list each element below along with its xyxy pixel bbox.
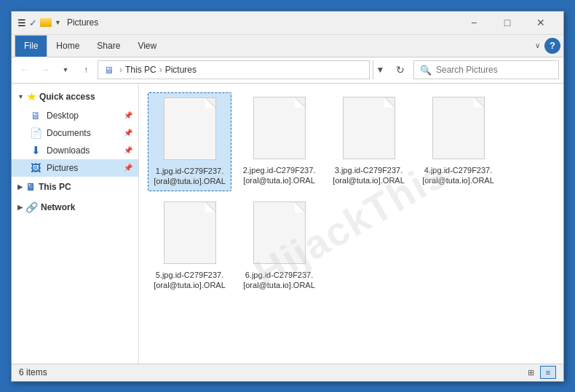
tab-file[interactable]: File xyxy=(15,35,47,57)
sidebar-section-thispc[interactable]: ▶ 🖥 This PC xyxy=(12,177,138,197)
sidebar-section-quick-access[interactable]: ▼ ★ Quick access xyxy=(12,87,138,107)
up-button[interactable]: ↑ xyxy=(77,61,95,79)
path-icon: 🖥 xyxy=(104,65,114,76)
file-area: HijackThis 1.jpg.id-C279F237.[oral@tuta.… xyxy=(139,84,563,364)
file-name-6: 6.jpg.id-C279F237.[oral@tuta.io].ORAL xyxy=(240,270,318,291)
status-bar: 6 items ⊞ ≡ xyxy=(12,364,563,381)
file-item-2[interactable]: 2.jpeg.id-C279F237.[oral@tuta.io].ORAL xyxy=(237,92,321,192)
qat-icon1: ☰ xyxy=(17,17,26,28)
documents-pin-icon: 📌 xyxy=(124,129,132,137)
desktop-pin-icon: 📌 xyxy=(124,111,132,119)
path-dropdown-button[interactable]: ▼ xyxy=(373,60,387,79)
thispc-label: This PC xyxy=(39,182,71,192)
recent-locations-button[interactable]: ▼ xyxy=(57,61,74,79)
title-bar: ☰ ✓ ▼ Pictures − □ ✕ xyxy=(12,12,563,35)
item-count: 6 items xyxy=(19,367,47,377)
file-thumb-1 xyxy=(161,97,219,163)
search-bar[interactable]: 🔍 xyxy=(413,60,559,79)
file-page-1 xyxy=(164,97,216,160)
pictures-icon: 🖼 xyxy=(29,161,42,175)
file-thumb-3 xyxy=(340,97,398,162)
tab-view[interactable]: View xyxy=(129,35,165,57)
tab-share[interactable]: Share xyxy=(88,35,129,57)
desktop-icon: 🖥 xyxy=(29,109,42,122)
tab-home[interactable]: Home xyxy=(47,35,88,57)
thispc-icon: 🖥 xyxy=(25,181,36,193)
refresh-button[interactable]: ↻ xyxy=(390,60,411,80)
ribbon-expand-icon[interactable]: ∨ xyxy=(535,41,540,49)
downloads-icon: ⬇ xyxy=(29,144,42,157)
folder-icon-small xyxy=(40,18,52,27)
large-icon-view-icon: ⊞ xyxy=(528,368,534,377)
files-grid: 1.jpg.id-C279F237.[oral@tuta.io].ORAL 2.… xyxy=(145,89,558,298)
ribbon-help: ∨ ? xyxy=(535,35,560,57)
file-page-5 xyxy=(164,201,216,264)
file-page-2 xyxy=(253,97,306,159)
file-item-1[interactable]: 1.jpg.id-C279F237.[oral@tuta.io].ORAL xyxy=(148,92,231,192)
detail-view-icon: ≡ xyxy=(546,368,550,377)
search-icon: 🔍 xyxy=(420,65,432,76)
sidebar-item-documents[interactable]: 📄 Documents 📌 xyxy=(12,124,138,142)
main-content: ▼ ★ Quick access 🖥 Desktop 📌 📄 Documents… xyxy=(12,84,563,364)
file-name-1: 1.jpg.id-C279F237.[oral@tuta.io].ORAL xyxy=(151,166,228,187)
file-page-4 xyxy=(432,97,485,159)
sidebar-item-desktop[interactable]: 🖥 Desktop 📌 xyxy=(12,107,138,124)
network-icon: 🔗 xyxy=(25,201,38,213)
address-path[interactable]: 🖥 › This PC › Pictures xyxy=(98,60,370,79)
back-button[interactable]: ← xyxy=(16,61,33,79)
ribbon: File Home Share View ∨ ? xyxy=(12,35,563,57)
file-item-3[interactable]: 3.jpg.id-C279F237.[oral@tuta.io].ORAL xyxy=(327,92,411,192)
address-bar: ← → ▼ ↑ 🖥 › This PC › Pictures ▼ ↻ 🔍 xyxy=(12,57,563,84)
view-controls: ⊞ ≡ xyxy=(523,366,556,379)
forward-button[interactable]: → xyxy=(36,61,54,79)
thispc-expand-icon: ▶ xyxy=(17,183,23,191)
file-thumb-2 xyxy=(250,97,309,162)
maximize-button[interactable]: □ xyxy=(491,11,524,34)
sidebar-item-pictures[interactable]: 🖼 Pictures 📌 xyxy=(12,159,138,177)
window-controls: − □ ✕ xyxy=(457,11,558,34)
path-thispc: This PC xyxy=(125,65,156,75)
sidebar-section-network[interactable]: ▶ 🔗 Network xyxy=(12,197,138,217)
file-name-5: 5.jpg.id-C279F237.[oral@tuta.io].ORAL xyxy=(151,270,229,291)
network-label: Network xyxy=(41,202,75,212)
quick-access-expand-icon: ▼ xyxy=(17,93,24,100)
network-expand-icon: ▶ xyxy=(17,204,23,211)
file-thumb-4 xyxy=(429,97,488,162)
file-item-6[interactable]: 6.jpg.id-C279F237.[oral@tuta.io].ORAL xyxy=(237,197,321,295)
file-thumb-6 xyxy=(250,201,309,267)
file-item-5[interactable]: 5.jpg.id-C279F237.[oral@tuta.io].ORAL xyxy=(148,197,231,295)
file-name-2: 2.jpeg.id-C279F237.[oral@tuta.io].ORAL xyxy=(240,165,318,186)
search-input[interactable] xyxy=(436,65,552,75)
sidebar: ▼ ★ Quick access 🖥 Desktop 📌 📄 Documents… xyxy=(12,84,139,364)
detail-view-button[interactable]: ≡ xyxy=(540,366,556,379)
file-item-4[interactable]: 4.jpg.id-C279F237.[oral@tuta.io].ORAL xyxy=(416,92,500,192)
large-icon-view-button[interactable]: ⊞ xyxy=(523,366,539,379)
file-page-3 xyxy=(343,97,395,159)
qat-icon2: ✓ xyxy=(29,17,37,28)
file-name-3: 3.jpg.id-C279F237.[oral@tuta.io].ORAL xyxy=(330,165,408,186)
quick-access-star-icon: ★ xyxy=(27,91,36,103)
file-page-6 xyxy=(253,201,306,264)
window-title: Pictures xyxy=(67,17,457,28)
ribbon-tabs: File Home Share View ∨ ? xyxy=(12,35,563,57)
qat-dropdown[interactable]: ▼ xyxy=(55,19,61,26)
title-bar-icons: ☰ ✓ ▼ xyxy=(17,17,61,28)
help-button[interactable]: ? xyxy=(544,38,560,54)
file-name-4: 4.jpg.id-C279F237.[oral@tuta.io].ORAL xyxy=(419,165,497,186)
downloads-pin-icon: 📌 xyxy=(124,146,132,154)
documents-icon: 📄 xyxy=(29,127,42,140)
minimize-button[interactable]: − xyxy=(457,11,491,34)
file-thumb-5 xyxy=(161,201,219,267)
close-button[interactable]: ✕ xyxy=(524,11,558,34)
quick-access-label: Quick access xyxy=(39,92,95,102)
pictures-pin-icon: 📌 xyxy=(124,164,132,172)
sidebar-item-downloads[interactable]: ⬇ Downloads 📌 xyxy=(12,142,138,159)
path-pictures: Pictures xyxy=(165,65,197,75)
explorer-window: ☰ ✓ ▼ Pictures − □ ✕ File Home Share Vie… xyxy=(11,11,564,382)
